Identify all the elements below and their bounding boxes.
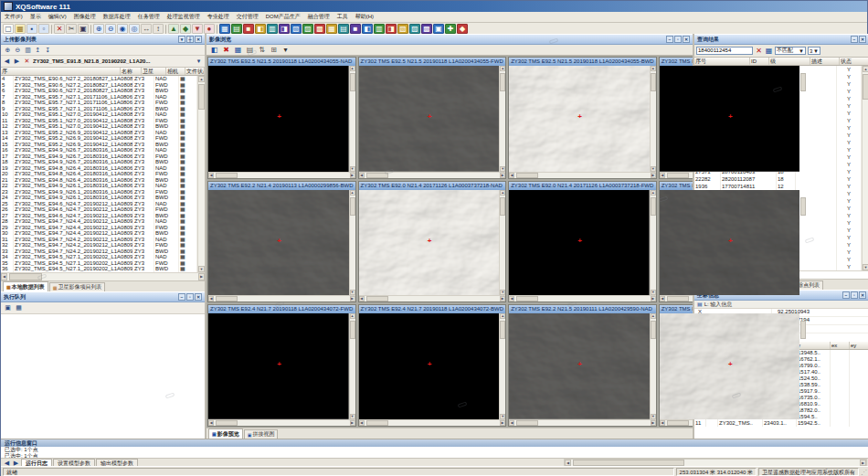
table-row[interactable]: 18 ZY302_TMS_E94.9_N26.7_20180316_L1A080… [1, 159, 197, 165]
toolbar-icon[interactable]: ▨ [409, 24, 420, 34]
toolbar-icon[interactable]: ▫ [38, 24, 49, 34]
column-header[interactable]: 序号 [694, 58, 750, 66]
column-header[interactable]: 状态 [840, 58, 868, 66]
image-tile[interactable]: ZY302 TMS E92.0 N21.4 20171126 L1A000373… [358, 181, 507, 303]
toolbar-icon[interactable]: ◨ [279, 24, 290, 34]
table-row[interactable]: 26 ZY302_TMS_E94.6_N24.7_20190212_L1A080… [1, 206, 197, 213]
toolbar-icon[interactable]: ▣ [78, 24, 89, 34]
menu-item[interactable]: 处理监视管理 [164, 12, 204, 22]
table-row[interactable]: 24 ZY302_TMS_E94.9_N26.1_20180316_L1A080… [1, 195, 197, 201]
column-header[interactable]: 级 [769, 58, 810, 66]
toolbar-icon[interactable]: ◨ [386, 24, 397, 34]
column-header[interactable]: 相机 [166, 68, 185, 76]
toolbar-icon[interactable]: ◎ [129, 24, 140, 34]
toolbar-icon[interactable]: ◉ [117, 24, 128, 34]
toolbar-icon[interactable]: ✚ [445, 24, 456, 34]
image-tile[interactable]: ZY302 TMS E92.2 N21.4 20190113 L1A000029… [207, 181, 356, 303]
table-row[interactable]: 12 ZY302_TMS_E95.1_N27.0_20190412_L1A080… [1, 123, 197, 130]
tile-hscrollbar[interactable]: ◀ ▶ [359, 419, 506, 426]
toolbar-icon[interactable]: ▥ [374, 24, 385, 34]
maximize-icon[interactable]: ▫ [186, 293, 194, 301]
queue-tool-icon[interactable]: ▣ [4, 304, 12, 312]
column-header[interactable]: 名称 [121, 68, 142, 76]
toolbar-icon[interactable]: ▩ [314, 24, 325, 34]
close-icon[interactable]: ✕ [859, 36, 866, 43]
image-tile[interactable]: ZY302 TMS E92.4 N21.7 20190118 L1A020043… [207, 304, 356, 427]
viewer-tool-icon[interactable]: ⊞ [269, 46, 279, 55]
toolbar-icon[interactable]: ▨ [302, 24, 313, 34]
tile-vscrollbar[interactable]: ▲ ▼ [799, 190, 806, 296]
toolbar-icon[interactable]: ▪ [26, 24, 37, 34]
satellite-image[interactable]: + [509, 190, 650, 296]
menu-item[interactable]: 帮助(H) [352, 12, 377, 22]
table-row[interactable]: 8 ZY302_TMS_E95.7_N27.1_20171106_L1A0806… [1, 100, 197, 106]
tile-hscrollbar[interactable]: ◀ ▶ [660, 172, 807, 178]
menu-item[interactable]: 任务管理 [134, 12, 164, 22]
image-tile[interactable]: ZY302 TMS E92.2 N21.5 20190111 L1A020042… [508, 304, 657, 427]
toolbar-icon[interactable]: ◧ [362, 24, 373, 34]
toolbar-icon[interactable]: ◧ [255, 24, 266, 34]
next-icon[interactable]: ▶ [13, 58, 21, 66]
table-row[interactable]: 30 ZY302_TMS_E94.7_N24.4_20190212_L1A080… [1, 230, 197, 237]
tile-vscrollbar[interactable]: ▲ ▼ [799, 66, 806, 172]
tile-vscrollbar[interactable]: ▲ ▼ [349, 66, 355, 172]
toolbar-icon[interactable] [165, 25, 166, 34]
tile-vscrollbar[interactable]: ▲ ▼ [799, 313, 806, 419]
toolbar-icon[interactable]: ▤ [231, 24, 242, 34]
tile-vscrollbar[interactable]: ▲ ▼ [650, 190, 656, 296]
satellite-image[interactable]: + [359, 66, 500, 172]
minimize-icon[interactable]: − [851, 36, 858, 43]
tile-hscrollbar[interactable]: ◀ ▶ [660, 295, 807, 301]
toolbar-icon[interactable]: ● [204, 24, 215, 34]
satellite-image[interactable]: + [660, 313, 800, 419]
toolbar-icon[interactable]: ◆ [457, 24, 468, 34]
left-tool-icon[interactable]: ▥ [24, 46, 32, 54]
scroll-down-icon[interactable]: ▼ [198, 266, 205, 272]
tile-vscrollbar[interactable]: ▲ ▼ [349, 313, 355, 419]
image-tile[interactable]: ZY302 TMS E92.4 N21.7 20190118 L1A020043… [659, 57, 808, 179]
left-tool-icon[interactable]: ↥ [34, 46, 42, 54]
left-tool-icon[interactable]: ↧ [44, 46, 52, 54]
tile-hscrollbar[interactable]: ◀ ▶ [509, 172, 656, 178]
viewer-tool-icon[interactable]: ▾ [281, 46, 291, 55]
satellite-image[interactable]: + [660, 66, 800, 172]
table-row[interactable]: 14 ZY302_TMS_E95.2_N26.9_20190412_L1A080… [1, 135, 197, 142]
tile-hscrollbar[interactable]: ◀ ▶ [208, 419, 355, 426]
viewer-tool-icon[interactable]: ▦ [233, 46, 243, 55]
queue-tool-icon[interactable]: ▦ [15, 304, 23, 312]
minimize-icon[interactable]: − [666, 36, 673, 43]
right-list-vscrollbar[interactable]: ▲ ▼ [862, 66, 868, 270]
toolbar-icon[interactable] [217, 25, 217, 34]
minimize-icon[interactable]: − [842, 291, 850, 299]
menu-item[interactable]: DOM产品生产 [262, 12, 304, 22]
tile-vscrollbar[interactable]: ▲ ▼ [499, 313, 505, 419]
column-header[interactable]: 卫星 [142, 68, 166, 76]
viewer-tool-icon[interactable]: ▤ [245, 46, 255, 55]
left-panel-tab[interactable]: ▦ 本地数据列表 [3, 281, 48, 291]
image-tile[interactable]: ZY302 TMS E92.0 N21.4 20171126 L1A000373… [508, 181, 657, 303]
toolbar-icon[interactable]: ↔ [141, 24, 152, 34]
toolbar-icon[interactable]: ◆ [180, 24, 191, 34]
menu-item[interactable]: 专业处理 [204, 12, 233, 22]
menu-item[interactable]: 融合管理 [304, 12, 333, 22]
tile-vscrollbar[interactable]: ▲ ▼ [499, 66, 505, 172]
satellite-image[interactable]: + [208, 190, 349, 296]
delete-icon[interactable]: ✕ [755, 47, 763, 55]
menu-item[interactable]: 交付管理 [233, 12, 262, 22]
image-tile[interactable]: ZY302 TMS E92.0 N21.4 20171126 L1A000373… [659, 181, 808, 303]
tile-hscrollbar[interactable]: ◀ ▶ [660, 419, 807, 426]
close-icon[interactable]: ✕ [195, 36, 202, 43]
toolbar-icon[interactable]: ↕ [153, 24, 164, 34]
toolbar-icon[interactable]: ▩ [421, 24, 432, 34]
satellite-image[interactable]: + [208, 66, 349, 172]
viewer-tool-icon[interactable]: ⇅ [257, 46, 267, 55]
tile-vscrollbar[interactable]: ▲ ▼ [650, 66, 656, 172]
tile-hscrollbar[interactable]: ◀ ▶ [359, 295, 506, 301]
dock-icon[interactable]: ╫ [186, 36, 194, 43]
tile-hscrollbar[interactable]: ◀ ▶ [208, 172, 355, 178]
toolbar-icon[interactable]: ▼ [192, 24, 203, 34]
menu-item[interactable]: 数据库处理 [100, 12, 134, 22]
menu-item[interactable]: 工具 [333, 12, 352, 22]
menu-item[interactable]: 显示 [26, 12, 45, 22]
minimize-icon[interactable]: − [178, 293, 185, 301]
